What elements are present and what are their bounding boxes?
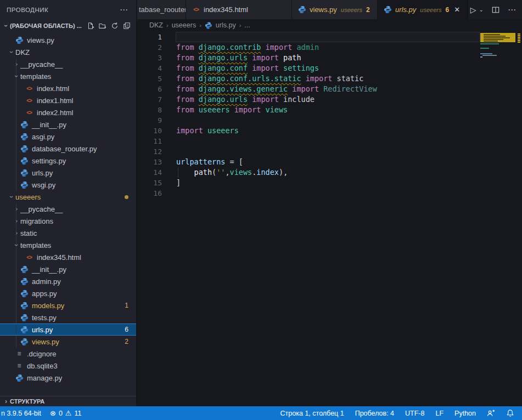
tab-views-py[interactable]: views.pyuseeers2 [292,0,378,19]
language-mode-item[interactable]: Python [450,406,480,420]
breadcrumb-separator-icon: › [199,22,201,29]
python-icon [383,5,392,14]
explorer-title: ПРОВОДНИК [7,7,48,13]
code-line[interactable]: 2from django.contrib import admin [137,42,522,53]
outline-section-header[interactable]: › СТРУКТУРА [0,396,136,406]
code-line[interactable]: 3from django.urls import path [137,53,522,63]
tree-item-templates[interactable]: ›templates [0,239,136,251]
chevron-right-icon: › [2,398,10,405]
tab-label: tabase_roouter.py [139,5,186,14]
workspace-label: (РАБОЧАЯ ОБЛАСТЬ) ... [10,22,82,29]
chevron-right-icon: › [13,229,20,237]
close-icon[interactable]: ✕ [454,5,460,14]
breadcrumb-item[interactable]: ... [244,21,250,29]
tree-item-templates[interactable]: ›templates [0,70,136,82]
tree-item-settings-py[interactable]: settings.py [0,155,136,167]
tree-item-views-py[interactable]: views.py2 [0,336,136,348]
code-line[interactable]: 13urlpatterns = [ [137,157,522,167]
tree-item-manage-py[interactable]: manage.py [0,372,136,384]
line-number: 16 [137,188,162,198]
feedback-icon[interactable] [482,406,499,420]
run-button[interactable]: ▷ [470,5,476,14]
line-number: 12 [137,146,162,157]
tree-item-static[interactable]: ›static [0,227,136,239]
tree-item-index-html[interactable]: <>index.html [0,82,136,94]
tree-item-index1-html[interactable]: <>index1.html [0,94,136,106]
encoding-item[interactable]: UTF-8 [401,406,429,420]
tree-item-views-py[interactable]: views.py [0,34,136,46]
file-name: urls.py [32,326,53,334]
tree-item-urls-py[interactable]: urls.py6 [0,323,136,336]
workspace-section-header[interactable]: › (РАБОЧАЯ ОБЛАСТЬ) ... [0,19,136,32]
run-dropdown-icon[interactable]: ⌄ [479,7,484,13]
code-line[interactable]: 16 [137,188,522,198]
tree-item-admin-py[interactable]: admin.py [0,275,136,287]
line-text: from django.urls import include [176,94,315,105]
tree-item--pycache-[interactable]: ›__pycache__ [0,203,136,215]
tree-item--init-py[interactable]: __init__.py [0,263,136,275]
code-line[interactable]: 1 [137,32,522,42]
tree-item-index345-html[interactable]: <>index345.html [0,251,136,263]
notifications-bell-icon[interactable] [502,406,519,420]
code-content: 12from django.contrib import admin3from … [137,31,522,198]
tree-item-tests-py[interactable]: tests.py [0,311,136,323]
tree-item-db-sqlite3[interactable]: ≡db.sqlite3 [0,360,136,372]
split-editor-icon[interactable] [492,6,499,14]
tree-item--pycache-[interactable]: ›__pycache__ [0,58,136,70]
eol-item[interactable]: LF [431,406,448,420]
breadcrumb-item[interactable]: urls.py [216,21,236,29]
problems-item[interactable]: ⊗ 0 ⚠ 11 [46,406,86,420]
chevron-right-icon: › [13,217,20,225]
tree-item-wsgi-py[interactable]: wsgi.py [0,179,136,191]
explorer-more-icon[interactable]: ⋯ [120,5,128,15]
line-number: 11 [137,136,162,146]
code-line[interactable]: 4from django.conf import settings [137,63,522,73]
more-actions-icon[interactable]: ⋯ [508,5,517,15]
tree-item-urls-py[interactable]: urls.py [0,167,136,179]
tree-item-database-roouter-py[interactable]: database_roouter.py [0,143,136,155]
tree-item-useeers[interactable]: ›useeers [0,191,136,203]
line-number: 10 [137,126,162,136]
minimap[interactable] [480,31,517,406]
cursor-position-item[interactable]: Строка 1, столбец 1 [276,406,349,420]
code-editor[interactable]: 12from django.contrib import admin3from … [137,31,522,406]
new-file-icon[interactable] [87,22,94,30]
breadcrumb-item[interactable]: useeers [172,21,196,29]
vscode-window: ПРОВОДНИК ⋯ › (РАБОЧАЯ ОБЛАСТЬ) ... view… [0,0,522,420]
tree-item-apps-py[interactable]: apps.py [0,287,136,299]
tree-item--dcignore[interactable]: ≡.dcignore [0,348,136,360]
new-folder-icon[interactable] [99,22,106,30]
tab-bar: tabase_roouter.py<>index345.htmlviews.py… [137,0,522,19]
tree-item-index2-html[interactable]: <>index2.html [0,106,136,118]
code-line[interactable]: 9 [137,115,522,126]
code-line[interactable]: 6from django.views.generic import Redire… [137,84,522,94]
file-name: models.py [32,302,64,310]
tree-item-DKZ[interactable]: ›DKZ [0,46,136,58]
code-line[interactable]: 7from django.urls import include [137,94,522,105]
code-line[interactable]: 8from useeers import views [137,105,522,115]
code-line[interactable]: 5from django.conf.urls.static import sta… [137,73,522,84]
tree-item-asgi-py[interactable]: asgi.py [0,130,136,143]
code-line[interactable]: 15] [137,178,522,188]
line-number: 3 [137,53,162,63]
refresh-icon[interactable] [111,22,119,30]
tree-item-models-py[interactable]: models.py1 [0,299,136,311]
file-icon: ≡ [15,349,24,358]
collapse-all-icon[interactable] [123,22,131,30]
code-line[interactable]: 14 path('',views.index), [137,167,522,178]
tab-index345-html[interactable]: <>index345.html [186,0,292,19]
code-line[interactable]: 11 [137,136,522,146]
breadcrumb-item[interactable]: DKZ [149,21,163,29]
python-version-item[interactable]: n 3.9.5 64-bit [0,406,46,420]
tab-urls-py[interactable]: urls.pyuseeers6✕ [378,0,468,19]
tree-item--init-py[interactable]: __init__.py [0,118,136,130]
tree-item-migrations[interactable]: ›migrations [0,215,136,227]
python-icon [20,120,29,129]
tab-tabase-roouter-py[interactable]: tabase_roouter.py [137,0,186,19]
overview-ruler[interactable] [517,31,522,406]
indentation-item[interactable]: Пробелов: 4 [351,406,398,420]
file-name: index1.html [37,97,73,105]
python-icon [20,325,29,334]
code-line[interactable]: 10import useeers [137,126,522,136]
code-line[interactable]: 12 [137,146,522,157]
